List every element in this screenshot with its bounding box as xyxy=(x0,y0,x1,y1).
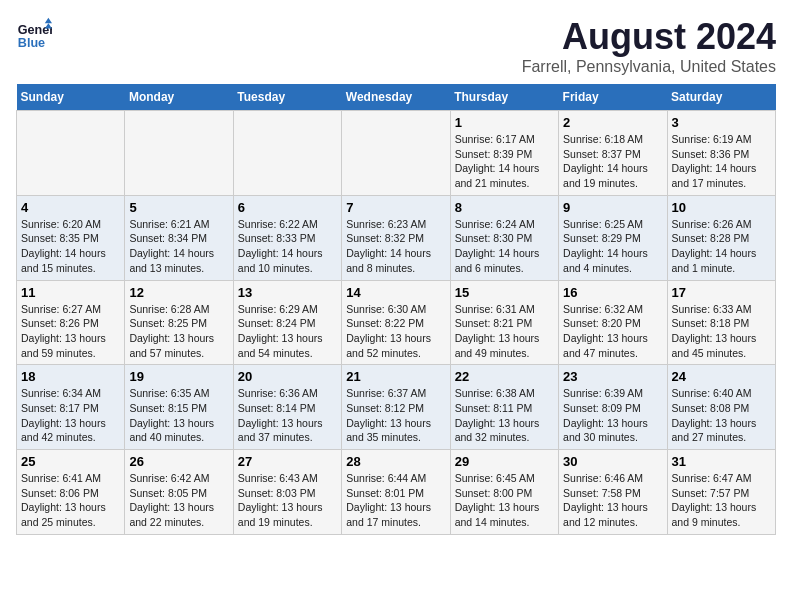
subtitle: Farrell, Pennsylvania, United States xyxy=(522,58,776,76)
day-cell xyxy=(233,111,341,196)
day-info: Sunrise: 6:20 AM Sunset: 8:35 PM Dayligh… xyxy=(21,217,120,276)
day-cell: 1Sunrise: 6:17 AM Sunset: 8:39 PM Daylig… xyxy=(450,111,558,196)
day-info: Sunrise: 6:43 AM Sunset: 8:03 PM Dayligh… xyxy=(238,471,337,530)
calendar-header: SundayMondayTuesdayWednesdayThursdayFrid… xyxy=(17,84,776,111)
day-info: Sunrise: 6:28 AM Sunset: 8:25 PM Dayligh… xyxy=(129,302,228,361)
day-info: Sunrise: 6:26 AM Sunset: 8:28 PM Dayligh… xyxy=(672,217,771,276)
day-info: Sunrise: 6:47 AM Sunset: 7:57 PM Dayligh… xyxy=(672,471,771,530)
day-number: 22 xyxy=(455,369,554,384)
day-info: Sunrise: 6:18 AM Sunset: 8:37 PM Dayligh… xyxy=(563,132,662,191)
day-info: Sunrise: 6:42 AM Sunset: 8:05 PM Dayligh… xyxy=(129,471,228,530)
day-number: 6 xyxy=(238,200,337,215)
day-cell: 28Sunrise: 6:44 AM Sunset: 8:01 PM Dayli… xyxy=(342,450,450,535)
day-cell: 13Sunrise: 6:29 AM Sunset: 8:24 PM Dayli… xyxy=(233,280,341,365)
day-number: 8 xyxy=(455,200,554,215)
day-cell: 27Sunrise: 6:43 AM Sunset: 8:03 PM Dayli… xyxy=(233,450,341,535)
day-cell: 19Sunrise: 6:35 AM Sunset: 8:15 PM Dayli… xyxy=(125,365,233,450)
header-cell-friday: Friday xyxy=(559,84,667,111)
week-row: 11Sunrise: 6:27 AM Sunset: 8:26 PM Dayli… xyxy=(17,280,776,365)
day-number: 27 xyxy=(238,454,337,469)
day-cell: 17Sunrise: 6:33 AM Sunset: 8:18 PM Dayli… xyxy=(667,280,775,365)
svg-text:Blue: Blue xyxy=(18,36,45,50)
day-number: 1 xyxy=(455,115,554,130)
header-cell-wednesday: Wednesday xyxy=(342,84,450,111)
day-number: 16 xyxy=(563,285,662,300)
day-number: 9 xyxy=(563,200,662,215)
day-cell: 3Sunrise: 6:19 AM Sunset: 8:36 PM Daylig… xyxy=(667,111,775,196)
day-info: Sunrise: 6:24 AM Sunset: 8:30 PM Dayligh… xyxy=(455,217,554,276)
day-cell: 21Sunrise: 6:37 AM Sunset: 8:12 PM Dayli… xyxy=(342,365,450,450)
day-number: 11 xyxy=(21,285,120,300)
header-cell-monday: Monday xyxy=(125,84,233,111)
day-info: Sunrise: 6:32 AM Sunset: 8:20 PM Dayligh… xyxy=(563,302,662,361)
day-cell: 23Sunrise: 6:39 AM Sunset: 8:09 PM Dayli… xyxy=(559,365,667,450)
day-number: 10 xyxy=(672,200,771,215)
week-row: 25Sunrise: 6:41 AM Sunset: 8:06 PM Dayli… xyxy=(17,450,776,535)
calendar-table: SundayMondayTuesdayWednesdayThursdayFrid… xyxy=(16,84,776,535)
day-cell: 14Sunrise: 6:30 AM Sunset: 8:22 PM Dayli… xyxy=(342,280,450,365)
day-info: Sunrise: 6:33 AM Sunset: 8:18 PM Dayligh… xyxy=(672,302,771,361)
day-cell xyxy=(17,111,125,196)
day-info: Sunrise: 6:38 AM Sunset: 8:11 PM Dayligh… xyxy=(455,386,554,445)
day-cell: 16Sunrise: 6:32 AM Sunset: 8:20 PM Dayli… xyxy=(559,280,667,365)
week-row: 1Sunrise: 6:17 AM Sunset: 8:39 PM Daylig… xyxy=(17,111,776,196)
day-number: 17 xyxy=(672,285,771,300)
day-cell xyxy=(125,111,233,196)
day-number: 19 xyxy=(129,369,228,384)
day-number: 30 xyxy=(563,454,662,469)
header-row: SundayMondayTuesdayWednesdayThursdayFrid… xyxy=(17,84,776,111)
day-number: 15 xyxy=(455,285,554,300)
day-cell: 22Sunrise: 6:38 AM Sunset: 8:11 PM Dayli… xyxy=(450,365,558,450)
svg-marker-2 xyxy=(45,18,52,23)
title-area: August 2024 Farrell, Pennsylvania, Unite… xyxy=(522,16,776,76)
day-info: Sunrise: 6:23 AM Sunset: 8:32 PM Dayligh… xyxy=(346,217,445,276)
day-info: Sunrise: 6:34 AM Sunset: 8:17 PM Dayligh… xyxy=(21,386,120,445)
calendar-body: 1Sunrise: 6:17 AM Sunset: 8:39 PM Daylig… xyxy=(17,111,776,535)
day-number: 20 xyxy=(238,369,337,384)
day-info: Sunrise: 6:30 AM Sunset: 8:22 PM Dayligh… xyxy=(346,302,445,361)
day-cell: 4Sunrise: 6:20 AM Sunset: 8:35 PM Daylig… xyxy=(17,195,125,280)
day-number: 3 xyxy=(672,115,771,130)
day-cell: 10Sunrise: 6:26 AM Sunset: 8:28 PM Dayli… xyxy=(667,195,775,280)
day-info: Sunrise: 6:35 AM Sunset: 8:15 PM Dayligh… xyxy=(129,386,228,445)
day-number: 29 xyxy=(455,454,554,469)
day-cell: 31Sunrise: 6:47 AM Sunset: 7:57 PM Dayli… xyxy=(667,450,775,535)
day-cell: 11Sunrise: 6:27 AM Sunset: 8:26 PM Dayli… xyxy=(17,280,125,365)
day-number: 25 xyxy=(21,454,120,469)
day-info: Sunrise: 6:46 AM Sunset: 7:58 PM Dayligh… xyxy=(563,471,662,530)
day-number: 13 xyxy=(238,285,337,300)
logo-icon: General Blue xyxy=(16,16,52,52)
day-number: 21 xyxy=(346,369,445,384)
day-info: Sunrise: 6:31 AM Sunset: 8:21 PM Dayligh… xyxy=(455,302,554,361)
day-cell: 20Sunrise: 6:36 AM Sunset: 8:14 PM Dayli… xyxy=(233,365,341,450)
day-number: 7 xyxy=(346,200,445,215)
day-number: 2 xyxy=(563,115,662,130)
day-cell: 29Sunrise: 6:45 AM Sunset: 8:00 PM Dayli… xyxy=(450,450,558,535)
day-cell: 7Sunrise: 6:23 AM Sunset: 8:32 PM Daylig… xyxy=(342,195,450,280)
logo: General Blue xyxy=(16,16,52,52)
day-number: 14 xyxy=(346,285,445,300)
day-info: Sunrise: 6:25 AM Sunset: 8:29 PM Dayligh… xyxy=(563,217,662,276)
day-cell: 26Sunrise: 6:42 AM Sunset: 8:05 PM Dayli… xyxy=(125,450,233,535)
day-info: Sunrise: 6:29 AM Sunset: 8:24 PM Dayligh… xyxy=(238,302,337,361)
day-cell xyxy=(342,111,450,196)
day-info: Sunrise: 6:19 AM Sunset: 8:36 PM Dayligh… xyxy=(672,132,771,191)
day-number: 5 xyxy=(129,200,228,215)
day-cell: 15Sunrise: 6:31 AM Sunset: 8:21 PM Dayli… xyxy=(450,280,558,365)
day-cell: 30Sunrise: 6:46 AM Sunset: 7:58 PM Dayli… xyxy=(559,450,667,535)
day-cell: 12Sunrise: 6:28 AM Sunset: 8:25 PM Dayli… xyxy=(125,280,233,365)
day-number: 31 xyxy=(672,454,771,469)
day-info: Sunrise: 6:41 AM Sunset: 8:06 PM Dayligh… xyxy=(21,471,120,530)
day-number: 23 xyxy=(563,369,662,384)
day-cell: 6Sunrise: 6:22 AM Sunset: 8:33 PM Daylig… xyxy=(233,195,341,280)
day-cell: 24Sunrise: 6:40 AM Sunset: 8:08 PM Dayli… xyxy=(667,365,775,450)
day-cell: 5Sunrise: 6:21 AM Sunset: 8:34 PM Daylig… xyxy=(125,195,233,280)
day-info: Sunrise: 6:37 AM Sunset: 8:12 PM Dayligh… xyxy=(346,386,445,445)
day-number: 12 xyxy=(129,285,228,300)
day-info: Sunrise: 6:39 AM Sunset: 8:09 PM Dayligh… xyxy=(563,386,662,445)
day-cell: 18Sunrise: 6:34 AM Sunset: 8:17 PM Dayli… xyxy=(17,365,125,450)
day-info: Sunrise: 6:21 AM Sunset: 8:34 PM Dayligh… xyxy=(129,217,228,276)
day-info: Sunrise: 6:45 AM Sunset: 8:00 PM Dayligh… xyxy=(455,471,554,530)
day-info: Sunrise: 6:44 AM Sunset: 8:01 PM Dayligh… xyxy=(346,471,445,530)
day-cell: 8Sunrise: 6:24 AM Sunset: 8:30 PM Daylig… xyxy=(450,195,558,280)
